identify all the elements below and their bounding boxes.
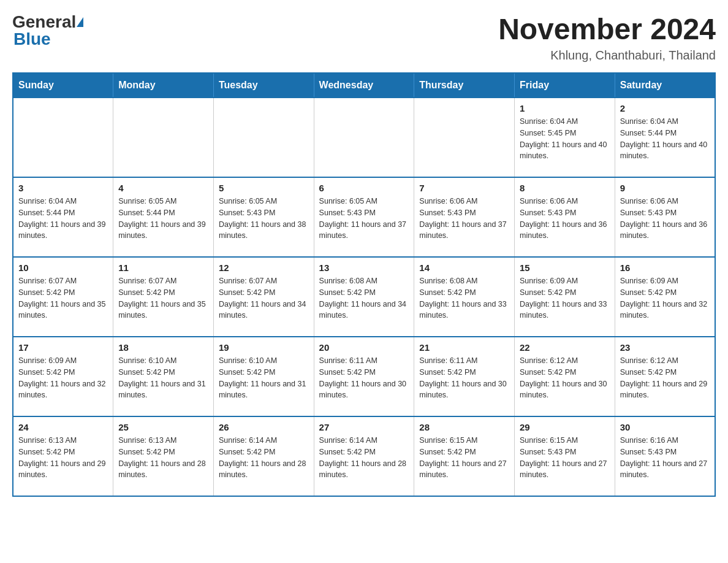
day-info: Sunrise: 6:07 AMSunset: 5:42 PMDaylight:… bbox=[18, 275, 108, 321]
day-number: 26 bbox=[219, 422, 309, 432]
calendar-title: November 2024 bbox=[498, 12, 716, 46]
weekday-header: Sunday bbox=[13, 73, 113, 98]
calendar-cell: 20Sunrise: 6:11 AMSunset: 5:42 PMDayligh… bbox=[314, 337, 414, 416]
day-info: Sunrise: 6:05 AMSunset: 5:43 PMDaylight:… bbox=[219, 196, 309, 242]
day-number: 2 bbox=[620, 103, 710, 113]
calendar-cell: 29Sunrise: 6:15 AMSunset: 5:43 PMDayligh… bbox=[515, 416, 615, 496]
calendar-cell: 6Sunrise: 6:05 AMSunset: 5:43 PMDaylight… bbox=[314, 177, 414, 257]
day-info: Sunrise: 6:06 AMSunset: 5:43 PMDaylight:… bbox=[520, 196, 610, 242]
calendar-cell: 26Sunrise: 6:14 AMSunset: 5:42 PMDayligh… bbox=[213, 416, 314, 496]
calendar-cell bbox=[414, 98, 515, 177]
day-number: 20 bbox=[319, 342, 409, 353]
calendar-cell: 3Sunrise: 6:04 AMSunset: 5:44 PMDaylight… bbox=[13, 177, 113, 257]
calendar-cell: 16Sunrise: 6:09 AMSunset: 5:42 PMDayligh… bbox=[615, 257, 715, 337]
calendar-cell bbox=[13, 98, 113, 177]
weekday-header: Wednesday bbox=[314, 73, 414, 98]
day-info: Sunrise: 6:05 AMSunset: 5:43 PMDaylight:… bbox=[319, 196, 409, 242]
day-info: Sunrise: 6:08 AMSunset: 5:42 PMDaylight:… bbox=[319, 275, 409, 321]
day-number: 22 bbox=[520, 342, 610, 353]
day-info: Sunrise: 6:07 AMSunset: 5:42 PMDaylight:… bbox=[118, 275, 208, 321]
day-info: Sunrise: 6:14 AMSunset: 5:42 PMDaylight:… bbox=[219, 435, 309, 481]
day-number: 29 bbox=[520, 422, 610, 432]
day-info: Sunrise: 6:15 AMSunset: 5:42 PMDaylight:… bbox=[419, 435, 509, 481]
day-number: 17 bbox=[18, 342, 108, 353]
day-info: Sunrise: 6:09 AMSunset: 5:42 PMDaylight:… bbox=[520, 275, 610, 321]
day-info: Sunrise: 6:10 AMSunset: 5:42 PMDaylight:… bbox=[219, 355, 309, 401]
calendar-cell: 9Sunrise: 6:06 AMSunset: 5:43 PMDaylight… bbox=[615, 177, 715, 257]
calendar-cell: 4Sunrise: 6:05 AMSunset: 5:44 PMDaylight… bbox=[113, 177, 214, 257]
calendar-cell bbox=[314, 98, 414, 177]
title-section: November 2024 Khlung, Chanthaburi, Thail… bbox=[498, 12, 716, 63]
calendar-cell: 27Sunrise: 6:14 AMSunset: 5:42 PMDayligh… bbox=[314, 416, 414, 496]
calendar-cell: 25Sunrise: 6:13 AMSunset: 5:42 PMDayligh… bbox=[113, 416, 214, 496]
calendar-cell: 1Sunrise: 6:04 AMSunset: 5:45 PMDaylight… bbox=[515, 98, 615, 177]
day-number: 4 bbox=[118, 183, 208, 193]
day-number: 28 bbox=[419, 422, 509, 432]
weekday-header: Thursday bbox=[414, 73, 515, 98]
calendar-cell: 30Sunrise: 6:16 AMSunset: 5:43 PMDayligh… bbox=[615, 416, 715, 496]
day-number: 10 bbox=[18, 262, 108, 273]
calendar-table: SundayMondayTuesdayWednesdayThursdayFrid… bbox=[12, 72, 716, 497]
day-info: Sunrise: 6:14 AMSunset: 5:42 PMDaylight:… bbox=[319, 435, 409, 481]
day-number: 1 bbox=[520, 103, 610, 113]
day-info: Sunrise: 6:12 AMSunset: 5:42 PMDaylight:… bbox=[620, 355, 710, 401]
day-number: 25 bbox=[118, 422, 208, 432]
day-info: Sunrise: 6:11 AMSunset: 5:42 PMDaylight:… bbox=[419, 355, 509, 401]
day-number: 12 bbox=[219, 262, 309, 273]
logo: General Blue bbox=[12, 12, 83, 49]
day-number: 16 bbox=[620, 262, 710, 273]
calendar-subtitle: Khlung, Chanthaburi, Thailand bbox=[498, 48, 716, 63]
day-info: Sunrise: 6:07 AMSunset: 5:42 PMDaylight:… bbox=[219, 275, 309, 321]
day-info: Sunrise: 6:15 AMSunset: 5:43 PMDaylight:… bbox=[520, 435, 610, 481]
day-number: 9 bbox=[620, 183, 710, 193]
day-number: 21 bbox=[419, 342, 509, 353]
calendar-header-row: SundayMondayTuesdayWednesdayThursdayFrid… bbox=[13, 73, 715, 98]
calendar-cell: 14Sunrise: 6:08 AMSunset: 5:42 PMDayligh… bbox=[414, 257, 515, 337]
weekday-header: Saturday bbox=[615, 73, 715, 98]
day-number: 15 bbox=[520, 262, 610, 273]
day-number: 8 bbox=[520, 183, 610, 193]
weekday-header: Tuesday bbox=[213, 73, 314, 98]
day-info: Sunrise: 6:06 AMSunset: 5:43 PMDaylight:… bbox=[620, 196, 710, 242]
day-number: 3 bbox=[18, 183, 108, 193]
calendar-cell: 22Sunrise: 6:12 AMSunset: 5:42 PMDayligh… bbox=[515, 337, 615, 416]
weekday-header: Monday bbox=[113, 73, 214, 98]
calendar-cell: 24Sunrise: 6:13 AMSunset: 5:42 PMDayligh… bbox=[13, 416, 113, 496]
day-number: 19 bbox=[219, 342, 309, 353]
calendar-week-row: 17Sunrise: 6:09 AMSunset: 5:42 PMDayligh… bbox=[13, 337, 715, 416]
day-number: 13 bbox=[319, 262, 409, 273]
calendar-cell: 21Sunrise: 6:11 AMSunset: 5:42 PMDayligh… bbox=[414, 337, 515, 416]
day-info: Sunrise: 6:04 AMSunset: 5:45 PMDaylight:… bbox=[520, 116, 610, 162]
calendar-week-row: 24Sunrise: 6:13 AMSunset: 5:42 PMDayligh… bbox=[13, 416, 715, 496]
calendar-cell: 17Sunrise: 6:09 AMSunset: 5:42 PMDayligh… bbox=[13, 337, 113, 416]
calendar-cell: 11Sunrise: 6:07 AMSunset: 5:42 PMDayligh… bbox=[113, 257, 214, 337]
day-info: Sunrise: 6:06 AMSunset: 5:43 PMDaylight:… bbox=[419, 196, 509, 242]
day-info: Sunrise: 6:09 AMSunset: 5:42 PMDaylight:… bbox=[620, 275, 710, 321]
logo-arrow-icon bbox=[77, 17, 83, 27]
day-info: Sunrise: 6:04 AMSunset: 5:44 PMDaylight:… bbox=[18, 196, 108, 242]
day-info: Sunrise: 6:11 AMSunset: 5:42 PMDaylight:… bbox=[319, 355, 409, 401]
day-info: Sunrise: 6:13 AMSunset: 5:42 PMDaylight:… bbox=[118, 435, 208, 481]
day-info: Sunrise: 6:08 AMSunset: 5:42 PMDaylight:… bbox=[419, 275, 509, 321]
calendar-week-row: 3Sunrise: 6:04 AMSunset: 5:44 PMDaylight… bbox=[13, 177, 715, 257]
calendar-cell: 18Sunrise: 6:10 AMSunset: 5:42 PMDayligh… bbox=[113, 337, 214, 416]
day-number: 7 bbox=[419, 183, 509, 193]
calendar-cell: 13Sunrise: 6:08 AMSunset: 5:42 PMDayligh… bbox=[314, 257, 414, 337]
calendar-cell: 2Sunrise: 6:04 AMSunset: 5:44 PMDaylight… bbox=[615, 98, 715, 177]
day-number: 23 bbox=[620, 342, 710, 353]
day-number: 14 bbox=[419, 262, 509, 273]
calendar-cell: 10Sunrise: 6:07 AMSunset: 5:42 PMDayligh… bbox=[13, 257, 113, 337]
day-info: Sunrise: 6:04 AMSunset: 5:44 PMDaylight:… bbox=[620, 116, 710, 162]
calendar-week-row: 1Sunrise: 6:04 AMSunset: 5:45 PMDaylight… bbox=[13, 98, 715, 177]
day-number: 18 bbox=[118, 342, 208, 353]
weekday-header: Friday bbox=[515, 73, 615, 98]
calendar-cell: 15Sunrise: 6:09 AMSunset: 5:42 PMDayligh… bbox=[515, 257, 615, 337]
day-number: 6 bbox=[319, 183, 409, 193]
page-header: General Blue November 2024 Khlung, Chant… bbox=[12, 12, 716, 63]
day-info: Sunrise: 6:10 AMSunset: 5:42 PMDaylight:… bbox=[118, 355, 208, 401]
day-number: 11 bbox=[118, 262, 208, 273]
day-number: 5 bbox=[219, 183, 309, 193]
calendar-cell: 19Sunrise: 6:10 AMSunset: 5:42 PMDayligh… bbox=[213, 337, 314, 416]
calendar-cell: 5Sunrise: 6:05 AMSunset: 5:43 PMDaylight… bbox=[213, 177, 314, 257]
day-number: 27 bbox=[319, 422, 409, 432]
